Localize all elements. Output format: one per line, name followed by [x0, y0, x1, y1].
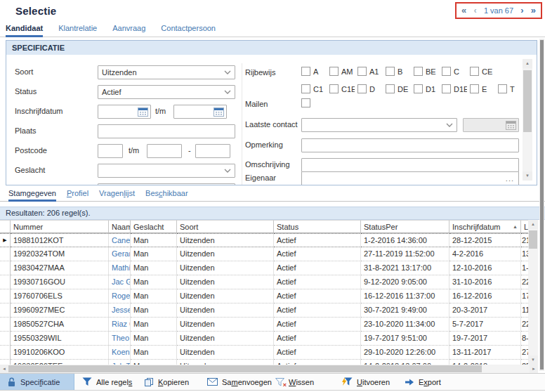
header-geslacht[interactable]: Geslacht [131, 220, 177, 233]
specificatie-button[interactable]: Specificatie [0, 374, 74, 390]
license-checkbox-c1[interactable]: C1 [301, 84, 327, 93]
cell-naam[interactable]: Jesse [109, 303, 131, 318]
scroll-down-icon[interactable]: ▼ [523, 171, 532, 181]
header-statusper[interactable]: StatusPer [361, 220, 449, 233]
eigenaar-lookup-button[interactable]: ... [506, 176, 514, 181]
checkbox[interactable] [357, 84, 367, 93]
clipped-extra-input[interactable] [98, 183, 235, 185]
checkbox[interactable] [329, 67, 339, 76]
cell-naam[interactable]: Gerar [109, 247, 131, 261]
license-checkbox-t[interactable]: T [498, 84, 523, 93]
tab-contactpersoon[interactable]: Contactpersoon [161, 22, 216, 37]
subtab-stamgegeven[interactable]: Stamgegeven [8, 187, 56, 202]
checkbox[interactable] [498, 84, 507, 93]
kopieren-button[interactable]: Kopieren [144, 374, 189, 390]
table-row[interactable]: 19920324TOM Gerar Man Uitzenden Actief 2… [0, 247, 528, 261]
calendar-icon[interactable] [138, 107, 148, 117]
cell-naam[interactable]: Jac G [109, 275, 131, 289]
checkbox[interactable] [414, 67, 423, 76]
table-row[interactable]: 19930716GOU Jac G Man Uitzenden Actief 9… [0, 275, 528, 289]
calendar-icon[interactable] [214, 107, 224, 117]
spec-scrollbar[interactable]: ▲ ▼ [523, 59, 532, 181]
license-checkbox-a1[interactable]: A1 [357, 67, 383, 76]
license-checkbox-d1e[interactable]: D1E [442, 84, 467, 93]
table-row[interactable]: 19930526TEE Joh T Man Uitzenden Actief 1… [0, 360, 528, 365]
postcode-from-input[interactable] [98, 144, 123, 158]
cell-naam[interactable]: Roger [109, 289, 131, 303]
license-checkbox-a[interactable]: A [301, 67, 327, 76]
tab-kandidaat[interactable]: Kandidaat [6, 22, 43, 37]
checkbox[interactable] [301, 84, 310, 93]
cell-naam[interactable]: Mathi [109, 261, 131, 275]
license-checkbox-d1[interactable]: D1 [414, 84, 439, 93]
table-row[interactable]: 19830427MAA Mathi Man Uitzenden Actief 3… [0, 261, 528, 275]
checkbox[interactable] [357, 67, 367, 76]
license-checkbox-e[interactable]: E [470, 84, 495, 93]
header-soort[interactable]: Soort [177, 220, 274, 233]
postcode-to-input[interactable] [147, 144, 182, 158]
window-scrollbar[interactable] [539, 39, 544, 371]
wissen-button[interactable]: × Wissen [275, 374, 314, 390]
header-naam[interactable]: Naam [109, 220, 131, 233]
license-checkbox-de[interactable]: DE [386, 84, 411, 93]
license-checkbox-d[interactable]: D [357, 84, 383, 93]
scroll-right-icon[interactable]: ► [530, 365, 538, 373]
checkbox[interactable] [301, 67, 310, 76]
eigenaar-input[interactable]: ... [301, 171, 519, 185]
table-row[interactable]: 19960927MEC Jesse Man Uitzenden Actief 3… [0, 303, 528, 318]
table-vscrollbar[interactable]: ▲ ▼ [528, 220, 538, 365]
scroll-up-icon[interactable]: ▲ [528, 220, 538, 229]
cell-naam[interactable]: Caner [109, 233, 131, 247]
export-button[interactable]: Export [405, 374, 441, 390]
cell-naam[interactable]: Theo [109, 332, 131, 346]
omschrijving-input[interactable] [301, 158, 519, 172]
soort-select[interactable]: Uitzenden [98, 65, 235, 79]
table-row[interactable]: 19760706ELS Roger Man Uitzenden Actief 1… [0, 289, 528, 303]
table-row[interactable]: 19910206KOO Koen Man Uitzenden Actief 29… [0, 346, 528, 360]
mailen-checkbox[interactable] [301, 98, 310, 107]
checkbox[interactable] [414, 84, 423, 93]
license-checkbox-c[interactable]: C [442, 67, 467, 76]
inschrijfdatum-from-input[interactable] [98, 105, 151, 119]
status-select[interactable]: Actief [98, 85, 235, 99]
checkbox[interactable] [442, 84, 451, 93]
subtab-beschikbaar[interactable]: Beschikbaar [145, 187, 188, 202]
license-checkbox-ce[interactable]: CE [470, 67, 495, 76]
license-checkbox-c1e[interactable]: C1E [329, 84, 355, 93]
scroll-left-icon[interactable]: ◄ [0, 365, 8, 373]
pager-prev-button[interactable]: ‹ [473, 4, 476, 18]
checkbox[interactable] [329, 84, 339, 93]
pager-next-button[interactable]: › [520, 4, 523, 18]
cell-naam[interactable]: Koen [109, 346, 131, 360]
uitvoeren-button[interactable]: Uitvoeren [341, 374, 390, 390]
cell-naam[interactable]: Riaz C [109, 318, 131, 332]
cell-naam[interactable]: Joh T [109, 360, 131, 365]
header-la[interactable]: La [521, 220, 528, 233]
table-row[interactable]: 19850527CHA Riaz C Man Uitzenden Actief … [0, 318, 528, 332]
license-checkbox-be[interactable]: BE [414, 67, 439, 76]
table-hscrollbar-thumb[interactable] [8, 365, 482, 372]
license-checkbox-b[interactable]: B [386, 67, 411, 76]
alle-regels-button[interactable]: Alle regels [82, 374, 132, 390]
scroll-down-icon[interactable]: ▼ [528, 355, 538, 365]
geslacht-select[interactable] [98, 164, 235, 178]
checkbox[interactable] [386, 67, 395, 76]
checkbox[interactable] [386, 84, 395, 93]
window-scrollbar-thumb[interactable] [540, 40, 544, 370]
table-row[interactable]: 19550329WIL Theo Man Uitzenden Actief 19… [0, 332, 528, 346]
laatste-contact-select[interactable] [301, 118, 457, 132]
license-checkbox-am[interactable]: AM [329, 67, 355, 76]
checkbox[interactable] [470, 84, 479, 93]
pager-first-button[interactable]: « [461, 4, 466, 18]
postcode-suffix-input[interactable] [195, 144, 230, 158]
pager-last-button[interactable]: » [531, 4, 536, 18]
checkbox[interactable] [470, 67, 479, 76]
inschrijfdatum-to-input[interactable] [173, 105, 227, 119]
opmerking-input[interactable] [301, 138, 519, 152]
spec-scrollbar-thumb[interactable] [523, 70, 532, 132]
table-vscrollbar-thumb[interactable] [529, 230, 537, 249]
header-status[interactable]: Status [274, 220, 361, 233]
header-inschrijfdatum[interactable]: Inschrijfdatum ▲ [449, 220, 521, 233]
subtab-vragenlijst[interactable]: Vragenlijst [99, 187, 135, 202]
plaats-input[interactable] [98, 124, 235, 138]
